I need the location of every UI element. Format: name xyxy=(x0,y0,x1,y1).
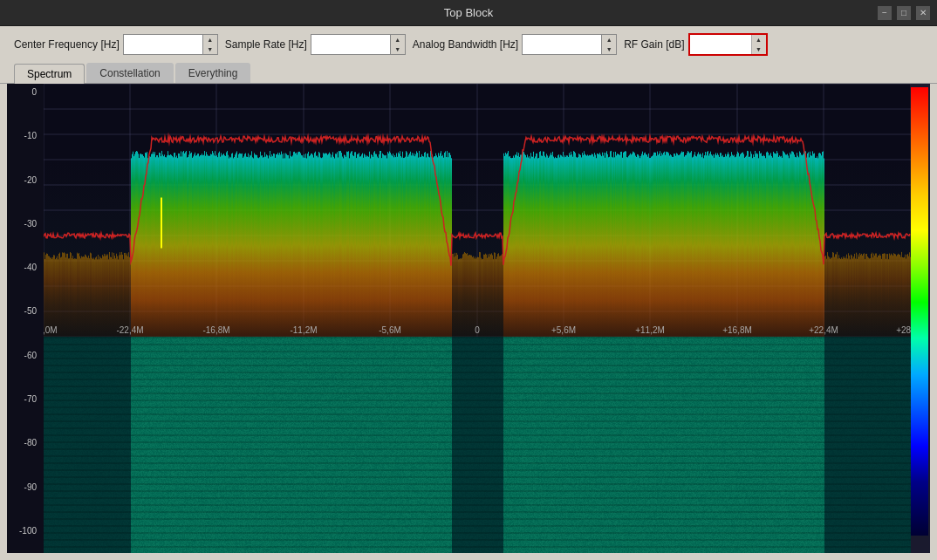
sample-rate-spinbox: 56000000 ▲ ▼ xyxy=(311,34,406,55)
rf-gain-arrows: ▲ ▼ xyxy=(751,35,766,54)
y-label-60: -60 xyxy=(10,351,40,360)
center-freq-input[interactable]: 2422000000 xyxy=(124,35,202,54)
center-freq-arrows: ▲ ▼ xyxy=(202,35,217,54)
sample-rate-up[interactable]: ▲ xyxy=(391,35,405,44)
spectrum-canvas xyxy=(44,84,911,553)
sample-rate-input[interactable]: 56000000 xyxy=(311,35,390,54)
analog-bw-up[interactable]: ▲ xyxy=(602,35,616,44)
center-freq-group: Center Frequency [Hz] 2422000000 ▲ ▼ xyxy=(14,34,218,55)
rf-gain-spinbox: 36.0 ▲ ▼ xyxy=(688,33,768,56)
close-button[interactable]: ✕ xyxy=(916,6,930,20)
sample-rate-label: Sample Rate [Hz] xyxy=(225,38,307,51)
color-scale-bar xyxy=(911,87,928,536)
y-label-80: -80 xyxy=(10,438,40,447)
sample-rate-arrows: ▲ ▼ xyxy=(390,35,405,54)
y-axis: 0 -10 -20 -30 -40 -50 -60 -70 -80 -90 -1… xyxy=(7,84,44,553)
rf-gain-up[interactable]: ▲ xyxy=(752,35,766,44)
y-label-100: -100 xyxy=(10,526,40,536)
rf-gain-label: RF Gain [dB] xyxy=(624,38,684,51)
rf-gain-input[interactable]: 36.0 xyxy=(690,35,751,54)
y-label-10: -10 xyxy=(10,131,40,140)
analog-bw-label: Analog Bandwidth [Hz] xyxy=(413,38,518,51)
chart-canvas-area xyxy=(44,84,911,553)
rf-gain-group: RF Gain [dB] 36.0 ▲ ▼ xyxy=(624,33,767,56)
y-label-70: -70 xyxy=(10,394,40,404)
tab-spectrum[interactable]: Spectrum xyxy=(14,64,85,84)
y-label-30: -30 xyxy=(10,219,40,229)
y-label-20: -20 xyxy=(10,175,40,185)
center-freq-label: Center Frequency [Hz] xyxy=(14,38,120,51)
center-freq-down[interactable]: ▼ xyxy=(203,44,217,54)
analog-bw-arrows: ▲ ▼ xyxy=(601,35,616,54)
rf-gain-down[interactable]: ▼ xyxy=(752,44,766,54)
controls-bar: Center Frequency [Hz] 2422000000 ▲ ▼ Sam… xyxy=(0,26,937,63)
main-window: Center Frequency [Hz] 2422000000 ▲ ▼ Sam… xyxy=(0,26,937,560)
analog-bw-spinbox: 56000000 ▲ ▼ xyxy=(522,34,617,55)
title-bar: Top Block − □ ✕ xyxy=(0,0,937,26)
y-label-90: -90 xyxy=(10,482,40,492)
sample-rate-group: Sample Rate [Hz] 56000000 ▲ ▼ xyxy=(225,34,406,55)
window-title: Top Block xyxy=(59,6,878,19)
y-label-40: -40 xyxy=(10,263,40,272)
y-label-0: 0 xyxy=(10,87,40,97)
y-label-50: -50 xyxy=(10,306,40,316)
analog-bw-down[interactable]: ▼ xyxy=(602,44,616,54)
window-controls: − □ ✕ xyxy=(878,6,930,20)
spectrum-chart: 0 -10 -20 -30 -40 -50 -60 -70 -80 -90 -1… xyxy=(7,84,930,553)
maximize-button[interactable]: □ xyxy=(897,6,911,20)
tabs-bar: Spectrum Constellation Everything xyxy=(0,63,937,84)
analog-bw-group: Analog Bandwidth [Hz] 56000000 ▲ ▼ xyxy=(413,34,617,55)
tab-constellation[interactable]: Constellation xyxy=(86,63,173,83)
analog-bw-input[interactable]: 56000000 xyxy=(523,35,601,54)
center-freq-up[interactable]: ▲ xyxy=(203,35,217,44)
minimize-button[interactable]: − xyxy=(878,6,892,20)
center-freq-spinbox: 2422000000 ▲ ▼ xyxy=(123,34,218,55)
sample-rate-down[interactable]: ▼ xyxy=(391,44,405,54)
tab-everything[interactable]: Everything xyxy=(175,63,251,83)
